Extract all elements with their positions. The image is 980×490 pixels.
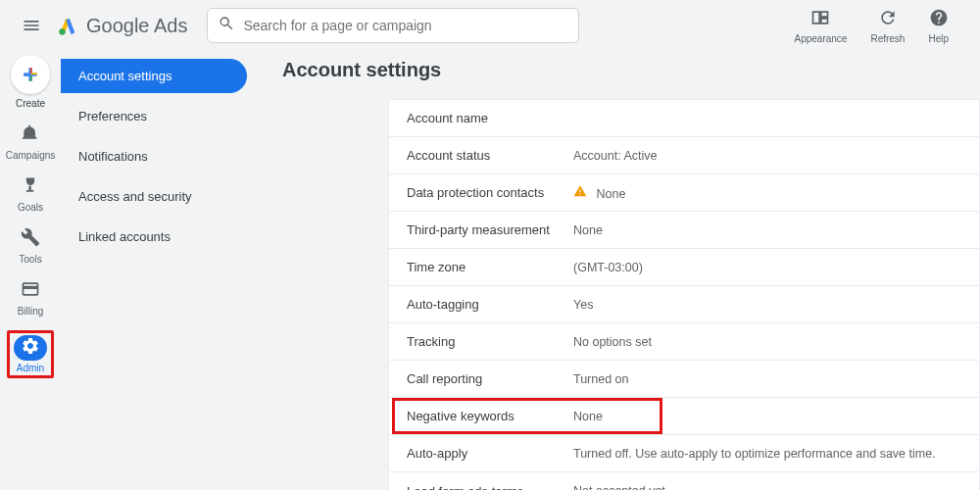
help-icon	[929, 8, 949, 31]
setting-row-auto-tagging[interactable]: Auto-tagging Yes	[389, 286, 979, 323]
subnav: Account settings Preferences Notificatio…	[61, 51, 257, 490]
rail-item-campaigns[interactable]: Campaigns	[6, 122, 56, 161]
setting-row-third-party[interactable]: Third-party measurement None	[389, 212, 979, 249]
topbar: Google Ads Appearance Refresh Help	[0, 0, 980, 51]
help-button[interactable]: Help	[928, 8, 949, 44]
warning-icon	[573, 184, 587, 198]
search-box[interactable]	[207, 8, 579, 43]
nav-rail: Create Campaigns Goals Tools Billing Adm…	[0, 51, 61, 490]
megaphone-icon	[21, 123, 40, 147]
main-layout: Create Campaigns Goals Tools Billing Adm…	[0, 51, 980, 490]
tools-icon	[21, 227, 40, 251]
search-icon	[218, 15, 235, 36]
setting-row-account-status[interactable]: Account status Account: Active	[389, 137, 979, 174]
setting-row-time-zone[interactable]: Time zone (GMT-03:00)	[389, 249, 979, 286]
setting-row-negative-keywords[interactable]: Negative keywords None	[389, 398, 979, 435]
setting-row-auto-apply[interactable]: Auto-apply Turned off. Use auto-apply to…	[389, 435, 979, 472]
admin-highlight-box: Admin	[7, 330, 54, 378]
refresh-icon	[878, 8, 898, 31]
setting-row-lead-form[interactable]: Lead form ads terms Not accepted yet	[389, 472, 979, 490]
setting-row-account-name[interactable]: Account name	[389, 100, 979, 137]
appearance-button[interactable]: Appearance	[794, 8, 847, 44]
rail-item-billing[interactable]: Billing	[14, 278, 47, 317]
subnav-access-security[interactable]: Access and security	[61, 179, 247, 214]
menu-icon[interactable]	[12, 6, 51, 45]
settings-card: Account name Account status Account: Act…	[388, 99, 980, 490]
page-title: Account settings	[280, 59, 980, 81]
rail-item-admin[interactable]: Admin	[14, 335, 47, 373]
google-ads-logo-icon	[57, 15, 78, 36]
subnav-linked-accounts[interactable]: Linked accounts	[61, 220, 247, 254]
setting-row-data-protection[interactable]: Data protection contacts None	[389, 174, 979, 212]
setting-row-tracking[interactable]: Tracking No options set	[389, 323, 979, 361]
setting-row-call-reporting[interactable]: Call reporting Turned on	[389, 361, 979, 398]
subnav-preferences[interactable]: Preferences	[61, 99, 247, 133]
appearance-icon	[810, 8, 830, 31]
create-button[interactable]	[11, 55, 50, 94]
gear-icon	[21, 336, 40, 360]
product-name: Google Ads	[86, 15, 187, 37]
trophy-icon	[21, 175, 40, 199]
card-icon	[21, 279, 40, 303]
svg-point-0	[59, 28, 65, 34]
rail-item-tools[interactable]: Tools	[14, 226, 47, 265]
create-label: Create	[16, 98, 45, 109]
subnav-account-settings[interactable]: Account settings	[61, 59, 247, 93]
refresh-button[interactable]: Refresh	[870, 8, 905, 44]
top-actions: Appearance Refresh Help	[794, 8, 968, 44]
subnav-notifications[interactable]: Notifications	[61, 139, 247, 173]
rail-item-goals[interactable]: Goals	[14, 174, 47, 213]
product-logo[interactable]: Google Ads	[57, 15, 187, 37]
content-area: Account settings Account name Account st…	[257, 51, 980, 490]
search-input[interactable]	[243, 18, 568, 33]
